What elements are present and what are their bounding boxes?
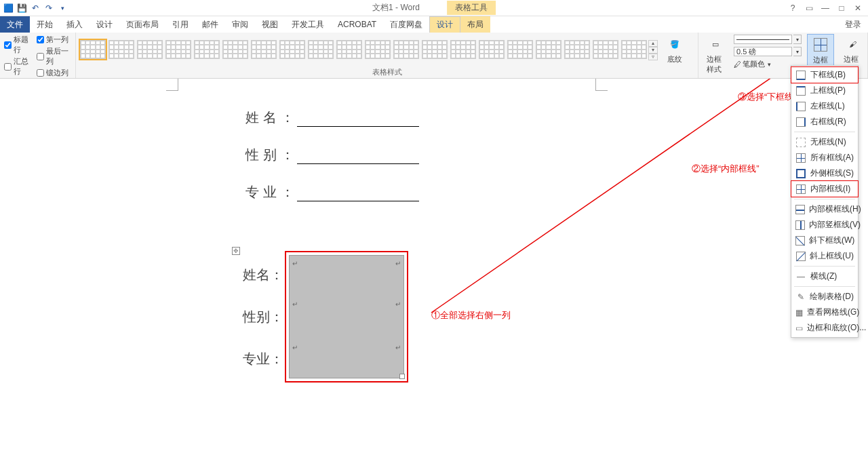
table-style-item[interactable] <box>194 40 220 59</box>
tab-developer[interactable]: 开发工具 <box>285 16 331 33</box>
chk-first-col[interactable]: 第一列 <box>37 35 71 45</box>
window-controls: ? ▭ — □ ✕ <box>787 3 868 14</box>
ribbon-options-icon[interactable]: ▭ <box>803 3 815 14</box>
form-example-top: 姓名： 性别： 专业： <box>245 90 419 220</box>
group-table-style-options: 标题行 汇总行 镶边行 第一列 最后一列 镶边列 表格样式选项 <box>0 33 76 78</box>
table-move-handle[interactable]: ✥ <box>232 247 240 255</box>
tab-references[interactable]: 引用 <box>165 16 195 33</box>
margin-marker <box>166 79 178 91</box>
chk-total-row[interactable]: 汇总行 <box>4 56 33 77</box>
undo-icon[interactable]: ↶ <box>30 3 41 14</box>
menu-separator <box>794 266 855 267</box>
mi-left-border[interactable]: 左框线(L) <box>791 98 858 114</box>
table-style-item[interactable] <box>450 40 476 59</box>
table-style-item[interactable] <box>108 40 134 59</box>
tab-mailings[interactable]: 邮件 <box>195 16 225 33</box>
table-style-item[interactable] <box>279 40 305 59</box>
border-style-button[interactable]: ▭ 边框样式 <box>703 34 728 76</box>
tab-acrobat[interactable]: ACROBAT <box>331 16 383 33</box>
mi-bottom-border[interactable]: 下框线(B) <box>791 67 858 83</box>
tab-page-layout[interactable]: 页面布局 <box>119 16 165 33</box>
mi-inside-h-border[interactable]: 内部横框线(H) <box>791 201 858 217</box>
tab-view[interactable]: 视图 <box>255 16 285 33</box>
annotation-box-selection: ↵ ↵ ↵ ↵ ↵ ↵ <box>285 251 408 383</box>
redo-icon[interactable]: ↷ <box>43 3 54 14</box>
help-icon[interactable]: ? <box>787 3 799 14</box>
table-resize-handle[interactable] <box>399 374 405 379</box>
annotation-1: ①全部选择右侧一列 <box>431 309 511 321</box>
table-style-item[interactable] <box>507 40 533 59</box>
table-style-item[interactable] <box>621 40 647 59</box>
menu-separator <box>794 199 855 199</box>
tab-home[interactable]: 开始 <box>30 16 60 33</box>
close-icon[interactable]: ✕ <box>852 3 864 14</box>
tab-table-layout[interactable]: 布局 <box>460 16 490 33</box>
quick-access-toolbar: 🟦 💾 ↶ ↷ ▾ <box>0 3 68 14</box>
table-style-item[interactable] <box>422 40 448 59</box>
maximize-icon[interactable]: □ <box>835 3 848 14</box>
mi-draw-table[interactable]: ✎绘制表格(D) <box>791 289 858 305</box>
pen-weight-select[interactable]: 0.5 磅▾ <box>734 47 802 56</box>
table-style-item[interactable] <box>593 40 618 59</box>
underline <box>297 112 419 127</box>
table-style-item[interactable] <box>80 40 106 59</box>
borders-dropdown: 下框线(B) 上框线(P) 左框线(L) 右框线(R) 无框线(N) 所有框线(… <box>791 65 859 338</box>
mi-no-border[interactable]: 无框线(N) <box>791 134 858 150</box>
table-style-item[interactable] <box>479 40 505 59</box>
shading-button[interactable]: 🪣 底纹 <box>662 34 688 66</box>
minimize-icon[interactable]: — <box>819 3 831 14</box>
qat-more-icon[interactable]: ▾ <box>57 3 68 14</box>
mi-view-gridlines[interactable]: ▦查看网格线(G) <box>791 305 858 320</box>
chk-banded-col[interactable]: 镶边列 <box>37 68 71 78</box>
table-style-item[interactable] <box>536 40 561 59</box>
group-table-styles: for(let i=0;i<19;i++){document.write('<d… <box>76 33 698 78</box>
table-style-item[interactable] <box>137 40 163 59</box>
tab-table-design[interactable]: 设计 <box>429 16 460 33</box>
login-link[interactable]: 登录 <box>845 16 868 33</box>
mi-top-border[interactable]: 上框线(P) <box>791 83 858 98</box>
group-label-styles: 表格样式 <box>80 66 694 79</box>
mi-right-border[interactable]: 右框线(R) <box>791 114 858 130</box>
mi-inside-borders[interactable]: 内部框线(I) <box>791 181 858 197</box>
tab-insert[interactable]: 插入 <box>60 16 90 33</box>
mi-diag-down-border[interactable]: 斜下框线(W) <box>791 233 858 248</box>
table-style-item[interactable] <box>336 40 362 59</box>
mi-diag-up-border[interactable]: 斜上框线(U) <box>791 248 858 264</box>
table-style-item[interactable] <box>393 40 419 59</box>
label-major: 专业： <box>245 183 294 201</box>
table-style-item[interactable] <box>308 40 334 59</box>
gallery-scroll[interactable]: ▴▾▿ <box>648 40 658 60</box>
mi-all-borders[interactable]: 所有框线(A) <box>791 150 858 165</box>
mi-inside-v-border[interactable]: 内部竖框线(V) <box>791 217 858 233</box>
shading-icon: 🪣 <box>666 35 684 53</box>
table-style-gallery[interactable]: for(let i=0;i<19;i++){document.write('<d… <box>80 40 647 59</box>
tab-file[interactable]: 文件 <box>0 16 30 33</box>
label-name: 姓名： <box>245 109 294 127</box>
underline <box>297 187 419 201</box>
tab-design[interactable]: 设计 <box>90 16 119 33</box>
table-style-item[interactable] <box>564 40 590 59</box>
tab-baidu[interactable]: 百度网盘 <box>383 16 429 33</box>
tab-review[interactable]: 审阅 <box>225 16 255 33</box>
chk-header-row[interactable]: 标题行 <box>4 35 33 55</box>
word-icon: 🟦 <box>3 3 14 14</box>
label-gender: 性别： <box>245 146 294 164</box>
table-style-item[interactable] <box>222 40 248 59</box>
title-bar: 🟦 💾 ↶ ↷ ▾ 文档1 - Word 表格工具 ? ▭ — □ ✕ <box>0 0 868 16</box>
table-col-labels: 姓名： 性别： 专业： <box>243 251 285 383</box>
mi-outside-borders[interactable]: 外侧框线(S) <box>791 165 858 181</box>
chk-last-col[interactable]: 最后一列 <box>37 46 71 66</box>
table-style-item[interactable] <box>251 40 277 59</box>
document-canvas[interactable]: 姓名： 性别： 专业： ✥ 姓名： 性别： 专业： ↵ ↵ ↵ ↵ ↵ ↵ <box>0 79 868 451</box>
mi-horizontal-line[interactable]: —横线(Z) <box>791 269 858 284</box>
underline <box>297 149 419 164</box>
line-style-select[interactable]: ▾ <box>734 35 802 44</box>
mi-borders-shading-dialog[interactable]: ▭边框和底纹(O)... <box>791 320 858 336</box>
table-selected-column[interactable]: ↵ ↵ ↵ ↵ ↵ ↵ <box>289 255 404 378</box>
save-icon[interactable]: 💾 <box>16 3 27 14</box>
context-tools-label: 表格工具 <box>447 1 496 15</box>
table-style-item[interactable] <box>165 40 191 59</box>
table-style-item[interactable] <box>365 40 391 59</box>
margin-marker <box>595 79 608 91</box>
cell-label-gender: 性别： <box>243 297 283 336</box>
